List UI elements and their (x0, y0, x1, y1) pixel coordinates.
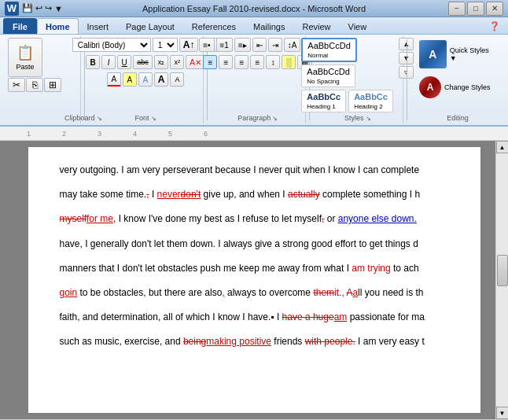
bullets-btn[interactable]: ≡• (199, 38, 214, 52)
format-painter-button[interactable]: ⊞ (44, 78, 61, 92)
tab-view[interactable]: View (340, 18, 376, 34)
doc-line-6: goin to be obstacles, but there are also… (60, 286, 449, 300)
quick-styles-btn[interactable]: A Quick Styles ▼ (415, 38, 500, 71)
font-row1: Calibri (Body) 12 A↑ A↓ (72, 38, 219, 52)
numbering-btn[interactable]: ≡1 (216, 38, 233, 52)
subscript-button[interactable]: x₂ (154, 55, 169, 69)
scroll-down-btn[interactable]: ▼ (496, 407, 509, 419)
font-size-big-btn[interactable]: A (154, 72, 169, 87)
scroll-thumb[interactable] (497, 255, 508, 286)
undo-quick-btn[interactable]: ↩ (35, 3, 42, 13)
tab-insert[interactable]: Insert (79, 18, 118, 34)
line-spacing-btn[interactable]: ↕ (266, 55, 280, 69)
maximize-btn[interactable]: □ (467, 2, 484, 16)
doc-line-7: faith, and determination, all of which I… (60, 310, 449, 325)
ribbon-tabs: File Home Insert Page Layout References … (0, 17, 508, 35)
save-quick-btn[interactable]: 💾 (22, 3, 33, 13)
style-no-spacing-btn[interactable]: AaBbCcDdNo Spacing (301, 64, 355, 87)
ribbon: 📋 Paste ✂ ⎘ ⊞ Clipboard ↘ Calibri (Body) (0, 35, 508, 127)
minimize-btn[interactable]: − (448, 2, 466, 16)
scroll-up-btn[interactable]: ▲ (496, 141, 509, 153)
paste-button[interactable]: 📋 Paste (8, 38, 42, 77)
font-size-select[interactable]: 12 (153, 38, 178, 52)
style-heading2-btn[interactable]: AaBbCcHeading 2 (348, 90, 393, 112)
grow-font-btn[interactable]: A↑ (179, 38, 199, 52)
font-row3: A A A A A (107, 72, 185, 87)
font-label: Font ↘ (135, 114, 156, 122)
close-btn[interactable]: ✕ (486, 2, 503, 16)
quick-access-toolbar: 💾 ↩ ↪ ▼ (22, 3, 63, 13)
window-controls: − □ ✕ (448, 2, 503, 16)
strikethrough-button[interactable]: abc (133, 55, 153, 69)
doc-line-2: may take some time., I neverdon't give u… (60, 187, 449, 202)
ruler: 1 2 3 4 5 6 (0, 127, 508, 141)
font-size-small-btn[interactable]: A (170, 72, 184, 87)
styles-group: AaBbCcDdNormal AaBbCcDdNo Spacing AaBbCc… (312, 36, 403, 123)
tab-review[interactable]: Review (293, 18, 339, 34)
tab-home[interactable]: Home (37, 18, 79, 34)
font-color-btn[interactable]: A (107, 72, 121, 87)
decrease-indent-btn[interactable]: ⇤ (252, 38, 267, 52)
copy-button[interactable]: ⎘ (26, 78, 43, 92)
change-styles-label: Change Styles (444, 83, 491, 91)
style-previews: AaBbCcDdNormal AaBbCcDdNo Spacing AaBbCc… (301, 38, 396, 112)
document-page[interactable]: very outgoing. I am very perseverant bec… (28, 147, 480, 413)
sort-btn[interactable]: ↕A (284, 38, 301, 52)
title-bar-left: W 💾 ↩ ↪ ▼ (5, 2, 63, 16)
app-body: 1 2 3 4 5 6 very outgoing. I am very per… (0, 127, 508, 420)
change-styles-icon: A (419, 76, 441, 98)
styles-expand[interactable]: ↘ (366, 115, 371, 122)
doc-line-4: have, I generally don't let them down. I… (60, 237, 449, 252)
sep4 (407, 39, 407, 120)
para-expand[interactable]: ↘ (272, 115, 278, 122)
quick-styles-icon: A (419, 40, 447, 68)
increase-indent-btn[interactable]: ⇥ (268, 38, 282, 52)
doc-line-8: such as music, exercise, and beingmaking… (60, 334, 449, 349)
word-logo: W (5, 2, 19, 16)
doc-line-5: manners that I don't let obstacles push … (60, 261, 449, 276)
style-heading1-btn[interactable]: AaBbCcHeading 1 (301, 90, 346, 112)
para-row1: ≡• ≡1 ≡▸ ⇤ ⇥ ↕A ¶ (199, 38, 316, 52)
redo-quick-btn[interactable]: ↪ (45, 3, 52, 13)
underline-button[interactable]: U (117, 55, 131, 69)
change-styles-btn[interactable]: A Change Styles (415, 74, 495, 101)
font-expand[interactable]: ↘ (151, 115, 156, 122)
help-btn[interactable]: ❓ (484, 19, 505, 34)
bold-button[interactable]: B (86, 55, 100, 69)
align-center-btn[interactable]: ≡ (219, 55, 233, 69)
font-row2: B I U abc x₂ x² A✕ (86, 55, 205, 69)
paste-icon: 📋 (17, 44, 34, 61)
shading-btn[interactable]: ░ (282, 55, 296, 69)
text-effects-btn[interactable]: A (138, 72, 153, 87)
italic-button[interactable]: I (101, 55, 116, 69)
doc-line-3: myselffor me, I know I've done my best a… (60, 212, 449, 227)
tab-mailings[interactable]: Mailings (245, 18, 293, 34)
document-container: very outgoing. I am very perseverant bec… (0, 141, 508, 419)
editing-label: Editing (447, 114, 469, 122)
paragraph-group: ≡• ≡1 ≡▸ ⇤ ⇥ ↕A ¶ ≡ ≡ ≡ ≡ ↕ ░ ▦ Paragrap… (211, 36, 306, 123)
align-left-btn[interactable]: ≡ (203, 55, 217, 69)
clipboard-sub-btns: ✂ ⎘ ⊞ (8, 78, 61, 92)
styles-actions-group: A Quick Styles ▼ A Change Styles Editing (410, 36, 505, 123)
highlight-btn[interactable]: A (123, 72, 137, 87)
align-right-btn[interactable]: ≡ (234, 55, 248, 69)
doc-line-1: very outgoing. I am very perseverant bec… (60, 163, 449, 178)
multilevel-btn[interactable]: ≡▸ (234, 38, 251, 52)
justify-btn[interactable]: ≡ (250, 55, 264, 69)
tab-pagelayout[interactable]: Page Layout (117, 18, 183, 34)
title-bar: W 💾 ↩ ↪ ▼ Application Essay Fall 2010-re… (0, 0, 508, 17)
cut-button[interactable]: ✂ (8, 78, 25, 92)
superscript-button[interactable]: x² (170, 55, 184, 69)
font-family-select[interactable]: Calibri (Body) (72, 38, 151, 52)
tab-file[interactable]: File (3, 18, 37, 34)
scroll-track[interactable] (496, 153, 508, 407)
window-title: Application Essay Fall 2010-revised.docx… (142, 4, 366, 13)
font-group: Calibri (Body) 12 A↑ A↓ B I U abc x₂ x² … (88, 36, 204, 123)
quick-styles-label: Quick Styles ▼ (450, 46, 496, 62)
customize-quick-btn[interactable]: ▼ (54, 4, 63, 13)
style-normal-btn[interactable]: AaBbCcDdNormal (301, 38, 356, 62)
para-row2: ≡ ≡ ≡ ≡ ↕ ░ ▦ (203, 55, 312, 69)
paste-label: Paste (16, 63, 34, 71)
tab-references[interactable]: References (183, 18, 245, 34)
vertical-scrollbar[interactable]: ▲ ▼ (495, 141, 508, 419)
